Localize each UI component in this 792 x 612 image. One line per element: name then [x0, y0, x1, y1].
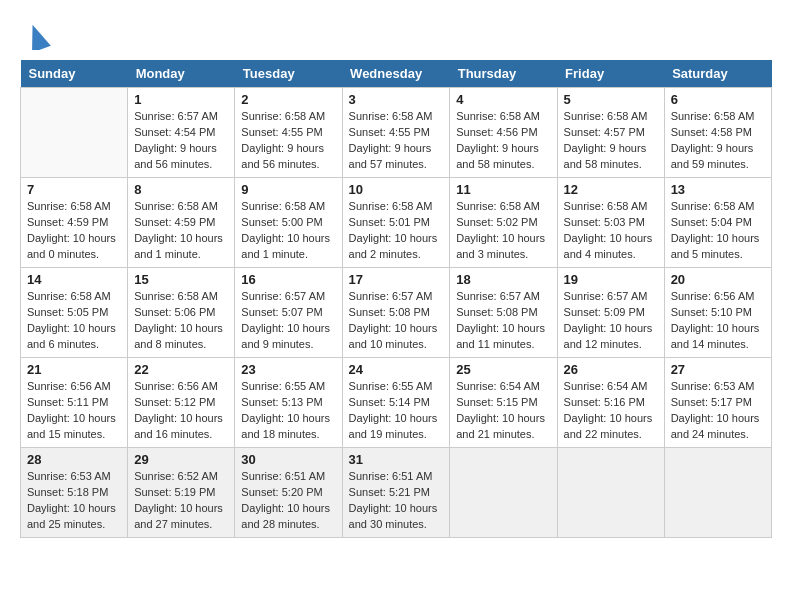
day-info: Sunrise: 6:58 AM Sunset: 4:58 PM Dayligh… [671, 109, 765, 173]
calendar-cell: 11Sunrise: 6:58 AM Sunset: 5:02 PM Dayli… [450, 178, 557, 268]
day-info: Sunrise: 6:56 AM Sunset: 5:10 PM Dayligh… [671, 289, 765, 353]
calendar-cell: 9Sunrise: 6:58 AM Sunset: 5:00 PM Daylig… [235, 178, 342, 268]
day-info: Sunrise: 6:58 AM Sunset: 4:55 PM Dayligh… [349, 109, 444, 173]
day-info: Sunrise: 6:52 AM Sunset: 5:19 PM Dayligh… [134, 469, 228, 533]
calendar-cell: 30Sunrise: 6:51 AM Sunset: 5:20 PM Dayli… [235, 448, 342, 538]
calendar-cell: 21Sunrise: 6:56 AM Sunset: 5:11 PM Dayli… [21, 358, 128, 448]
day-number: 30 [241, 452, 335, 467]
day-number: 8 [134, 182, 228, 197]
day-info: Sunrise: 6:58 AM Sunset: 4:57 PM Dayligh… [564, 109, 658, 173]
day-info: Sunrise: 6:57 AM Sunset: 5:08 PM Dayligh… [456, 289, 550, 353]
calendar-week-row: 28Sunrise: 6:53 AM Sunset: 5:18 PM Dayli… [21, 448, 772, 538]
day-info: Sunrise: 6:57 AM Sunset: 4:54 PM Dayligh… [134, 109, 228, 173]
day-info: Sunrise: 6:56 AM Sunset: 5:12 PM Dayligh… [134, 379, 228, 443]
day-info: Sunrise: 6:51 AM Sunset: 5:21 PM Dayligh… [349, 469, 444, 533]
calendar-cell: 25Sunrise: 6:54 AM Sunset: 5:15 PM Dayli… [450, 358, 557, 448]
calendar-cell: 28Sunrise: 6:53 AM Sunset: 5:18 PM Dayli… [21, 448, 128, 538]
day-number: 6 [671, 92, 765, 107]
day-number: 22 [134, 362, 228, 377]
day-info: Sunrise: 6:58 AM Sunset: 5:02 PM Dayligh… [456, 199, 550, 263]
calendar-cell: 7Sunrise: 6:58 AM Sunset: 4:59 PM Daylig… [21, 178, 128, 268]
day-info: Sunrise: 6:51 AM Sunset: 5:20 PM Dayligh… [241, 469, 335, 533]
calendar-cell: 22Sunrise: 6:56 AM Sunset: 5:12 PM Dayli… [128, 358, 235, 448]
day-number: 9 [241, 182, 335, 197]
calendar-cell: 4Sunrise: 6:58 AM Sunset: 4:56 PM Daylig… [450, 88, 557, 178]
calendar-cell: 12Sunrise: 6:58 AM Sunset: 5:03 PM Dayli… [557, 178, 664, 268]
day-of-week-header: Thursday [450, 60, 557, 88]
calendar-cell: 5Sunrise: 6:58 AM Sunset: 4:57 PM Daylig… [557, 88, 664, 178]
calendar-cell: 1Sunrise: 6:57 AM Sunset: 4:54 PM Daylig… [128, 88, 235, 178]
day-info: Sunrise: 6:55 AM Sunset: 5:14 PM Dayligh… [349, 379, 444, 443]
calendar-week-row: 1Sunrise: 6:57 AM Sunset: 4:54 PM Daylig… [21, 88, 772, 178]
day-info: Sunrise: 6:58 AM Sunset: 4:55 PM Dayligh… [241, 109, 335, 173]
day-number: 28 [27, 452, 121, 467]
calendar-cell: 8Sunrise: 6:58 AM Sunset: 4:59 PM Daylig… [128, 178, 235, 268]
calendar-cell: 23Sunrise: 6:55 AM Sunset: 5:13 PM Dayli… [235, 358, 342, 448]
day-number: 29 [134, 452, 228, 467]
day-of-week-header: Monday [128, 60, 235, 88]
day-info: Sunrise: 6:53 AM Sunset: 5:18 PM Dayligh… [27, 469, 121, 533]
day-number: 18 [456, 272, 550, 287]
day-of-week-header: Wednesday [342, 60, 450, 88]
calendar-cell [664, 448, 771, 538]
day-number: 17 [349, 272, 444, 287]
logo-icon [20, 20, 52, 50]
day-of-week-header: Tuesday [235, 60, 342, 88]
day-info: Sunrise: 6:56 AM Sunset: 5:11 PM Dayligh… [27, 379, 121, 443]
calendar-cell: 20Sunrise: 6:56 AM Sunset: 5:10 PM Dayli… [664, 268, 771, 358]
day-info: Sunrise: 6:58 AM Sunset: 5:05 PM Dayligh… [27, 289, 121, 353]
calendar-cell [450, 448, 557, 538]
day-info: Sunrise: 6:57 AM Sunset: 5:07 PM Dayligh… [241, 289, 335, 353]
logo [20, 20, 52, 50]
day-info: Sunrise: 6:57 AM Sunset: 5:09 PM Dayligh… [564, 289, 658, 353]
day-of-week-header: Sunday [21, 60, 128, 88]
calendar-week-row: 21Sunrise: 6:56 AM Sunset: 5:11 PM Dayli… [21, 358, 772, 448]
day-number: 7 [27, 182, 121, 197]
day-number: 25 [456, 362, 550, 377]
day-number: 12 [564, 182, 658, 197]
logo-arrow-icon [22, 14, 52, 50]
day-info: Sunrise: 6:58 AM Sunset: 5:06 PM Dayligh… [134, 289, 228, 353]
day-number: 20 [671, 272, 765, 287]
day-info: Sunrise: 6:58 AM Sunset: 4:56 PM Dayligh… [456, 109, 550, 173]
day-info: Sunrise: 6:58 AM Sunset: 4:59 PM Dayligh… [134, 199, 228, 263]
day-of-week-header: Friday [557, 60, 664, 88]
day-number: 11 [456, 182, 550, 197]
day-number: 10 [349, 182, 444, 197]
day-number: 3 [349, 92, 444, 107]
day-info: Sunrise: 6:58 AM Sunset: 5:03 PM Dayligh… [564, 199, 658, 263]
calendar-cell: 26Sunrise: 6:54 AM Sunset: 5:16 PM Dayli… [557, 358, 664, 448]
calendar-cell: 31Sunrise: 6:51 AM Sunset: 5:21 PM Dayli… [342, 448, 450, 538]
calendar-cell: 17Sunrise: 6:57 AM Sunset: 5:08 PM Dayli… [342, 268, 450, 358]
day-number: 24 [349, 362, 444, 377]
day-info: Sunrise: 6:57 AM Sunset: 5:08 PM Dayligh… [349, 289, 444, 353]
day-number: 26 [564, 362, 658, 377]
day-of-week-header: Saturday [664, 60, 771, 88]
day-number: 31 [349, 452, 444, 467]
day-number: 27 [671, 362, 765, 377]
day-info: Sunrise: 6:55 AM Sunset: 5:13 PM Dayligh… [241, 379, 335, 443]
calendar-cell: 2Sunrise: 6:58 AM Sunset: 4:55 PM Daylig… [235, 88, 342, 178]
calendar-cell: 27Sunrise: 6:53 AM Sunset: 5:17 PM Dayli… [664, 358, 771, 448]
day-info: Sunrise: 6:53 AM Sunset: 5:17 PM Dayligh… [671, 379, 765, 443]
calendar-cell [21, 88, 128, 178]
day-number: 15 [134, 272, 228, 287]
calendar-week-row: 14Sunrise: 6:58 AM Sunset: 5:05 PM Dayli… [21, 268, 772, 358]
calendar-cell: 24Sunrise: 6:55 AM Sunset: 5:14 PM Dayli… [342, 358, 450, 448]
calendar-cell: 10Sunrise: 6:58 AM Sunset: 5:01 PM Dayli… [342, 178, 450, 268]
calendar-cell: 13Sunrise: 6:58 AM Sunset: 5:04 PM Dayli… [664, 178, 771, 268]
day-info: Sunrise: 6:58 AM Sunset: 5:00 PM Dayligh… [241, 199, 335, 263]
calendar-cell: 18Sunrise: 6:57 AM Sunset: 5:08 PM Dayli… [450, 268, 557, 358]
day-number: 23 [241, 362, 335, 377]
day-info: Sunrise: 6:58 AM Sunset: 4:59 PM Dayligh… [27, 199, 121, 263]
day-info: Sunrise: 6:58 AM Sunset: 5:04 PM Dayligh… [671, 199, 765, 263]
calendar-cell: 15Sunrise: 6:58 AM Sunset: 5:06 PM Dayli… [128, 268, 235, 358]
page-header [20, 20, 772, 50]
calendar-cell: 16Sunrise: 6:57 AM Sunset: 5:07 PM Dayli… [235, 268, 342, 358]
calendar-cell [557, 448, 664, 538]
day-info: Sunrise: 6:54 AM Sunset: 5:15 PM Dayligh… [456, 379, 550, 443]
day-info: Sunrise: 6:58 AM Sunset: 5:01 PM Dayligh… [349, 199, 444, 263]
day-info: Sunrise: 6:54 AM Sunset: 5:16 PM Dayligh… [564, 379, 658, 443]
day-number: 13 [671, 182, 765, 197]
day-number: 14 [27, 272, 121, 287]
